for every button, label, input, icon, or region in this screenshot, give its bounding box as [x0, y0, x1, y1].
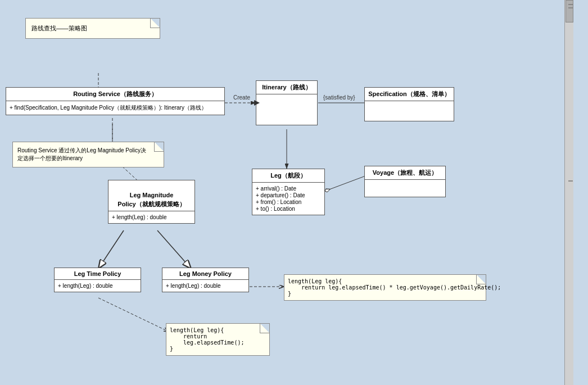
voyage-box: Voyage（旅程、航运）: [364, 166, 446, 197]
svg-line-12: [98, 298, 169, 332]
svg-line-9: [98, 230, 124, 269]
specification-box: Specification（规格、清单）: [364, 87, 454, 121]
specification-body: [365, 101, 454, 121]
leg-method-0: + arrival() : Date: [256, 185, 321, 192]
note2-text: Routing Service 通过传入的Leg Magnitude Polic…: [17, 147, 146, 161]
voyage-header: Voyage（旅程、航运）: [365, 166, 445, 180]
leg-method-3: + to() : Location: [256, 206, 321, 212]
leg-box: Leg（航段） + arrival() : Date + departure()…: [252, 169, 325, 215]
svg-line-10: [157, 230, 191, 269]
leg-header: Leg（航段）: [252, 169, 324, 183]
itinerary-box: Itinerary（路线）: [256, 80, 318, 125]
create-label: Create: [233, 94, 250, 101]
leg-money-policy-box: Leg Money Policy + length(Leg) : double: [162, 268, 249, 292]
routing-service-body: + find(Specification, Leg Magnitude Poli…: [6, 101, 224, 115]
leg-body: + arrival() : Date + departure() : Date …: [252, 183, 324, 215]
routing-service-header: Routing Service（路线服务）: [6, 88, 224, 101]
leg-time-body: + length(Leg) : double: [55, 280, 141, 292]
leg-time-method: + length(Leg) : double: [58, 283, 137, 289]
leg-magnitude-header: Leg Magnitude Policy（就航规模策略）: [108, 180, 195, 211]
leg-magnitude-method: + length(Leg) : double: [112, 214, 191, 220]
voyage-body: [365, 180, 445, 197]
specification-header: Specification（规格、清单）: [365, 88, 454, 101]
leg-time-header: Leg Time Policy: [55, 268, 141, 280]
code-text-1: length(Leg leg){ renturn leg.elapsedTime…: [288, 278, 501, 297]
leg-method-2: + from() : Location: [256, 199, 321, 205]
satisfied-by-label: {satisfied by}: [323, 94, 355, 101]
leg-money-header: Leg Money Policy: [162, 268, 248, 280]
svg-line-6: [325, 176, 365, 191]
note-title-text: 路线查找——策略图: [31, 25, 87, 31]
scrollbar-notch-3: [568, 7, 573, 8]
scrollbar-thumb[interactable]: [566, 0, 573, 22]
leg-magnitude-policy-box: Leg Magnitude Policy（就航规模策略） + length(Le…: [108, 180, 195, 224]
create-arrowhead: [254, 100, 260, 106]
note-box-title: 路线查找——策略图: [25, 18, 160, 39]
leg-money-method: + length(Leg) : double: [166, 283, 245, 289]
code-block-1: length(Leg leg){ renturn leg.elapsedTime…: [284, 274, 486, 301]
scrollbar[interactable]: [564, 0, 573, 385]
leg-time-policy-box: Leg Time Policy + length(Leg) : double: [54, 268, 141, 292]
scrollbar-notch: [568, 180, 573, 182]
itinerary-header: Itinerary（路线）: [256, 81, 317, 94]
note-routing-explanation: Routing Service 通过传入的Leg Magnitude Polic…: [12, 142, 164, 167]
routing-service-box: Routing Service（路线服务） + find(Specificati…: [6, 87, 225, 115]
leg-method-1: + departure() : Date: [256, 192, 321, 198]
code-text-2: length(Leg leg){ renturn leg.elapsedTime…: [170, 327, 244, 352]
scrollbar-notch-2: [568, 4, 573, 5]
itinerary-body: [256, 94, 317, 117]
leg-magnitude-body: + length(Leg) : double: [108, 211, 195, 223]
leg-money-body: + length(Leg) : double: [162, 280, 248, 292]
diagram-canvas: 路线查找——策略图 Routing Service（路线服务） + find(S…: [0, 0, 573, 385]
code-block-2: length(Leg leg){ renturn leg.elapsedTime…: [166, 323, 270, 356]
routing-service-method: + find(Specification, Leg Magnitude Poli…: [10, 104, 221, 112]
